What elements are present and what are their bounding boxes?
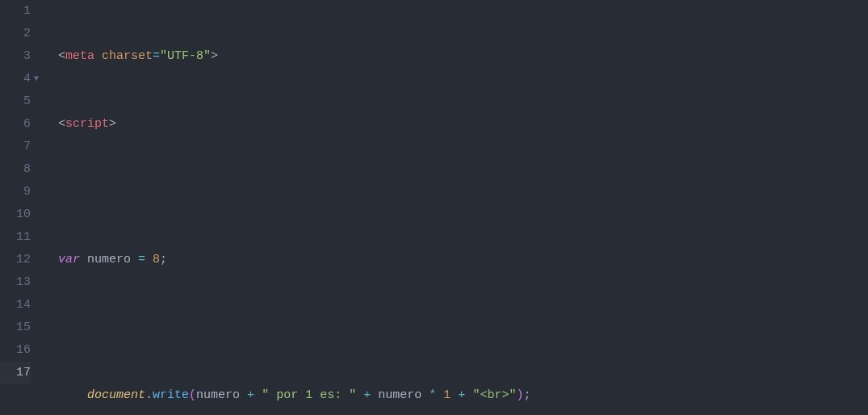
line-number[interactable]: 16: [0, 339, 31, 362]
line-number[interactable]: 4▼: [0, 68, 31, 90]
line-number[interactable]: 5: [0, 90, 31, 113]
line-number[interactable]: 1: [0, 0, 31, 23]
code-line: [58, 181, 868, 203]
code-line: document.write(numero + " por 1 es: " + …: [58, 384, 868, 407]
code-line: <meta charset="UTF-8">: [58, 45, 868, 68]
line-number[interactable]: 2: [0, 23, 31, 45]
code-line: [58, 316, 868, 339]
code-line: <script>: [58, 113, 868, 136]
gutter: 1 2 3 4▼ 5 6 7 8 9 10 11 12 13 14 15 16 …: [0, 0, 42, 415]
line-number[interactable]: 15: [0, 316, 31, 339]
code-area[interactable]: <meta charset="UTF-8"> <script> var nume…: [42, 0, 868, 415]
fold-icon[interactable]: ▼: [31, 68, 42, 90]
line-number[interactable]: 13: [0, 271, 31, 294]
line-number[interactable]: 17: [0, 362, 31, 384]
code-line: var numero = 8;: [58, 249, 868, 271]
line-number[interactable]: 14: [0, 294, 31, 316]
line-number[interactable]: 3: [0, 45, 31, 68]
line-number[interactable]: 12: [0, 249, 31, 271]
line-number[interactable]: 11: [0, 226, 31, 249]
code-editor: 1 2 3 4▼ 5 6 7 8 9 10 11 12 13 14 15 16 …: [0, 0, 868, 415]
line-number[interactable]: 8: [0, 158, 31, 181]
line-number[interactable]: 7: [0, 136, 31, 158]
line-number[interactable]: 9: [0, 181, 31, 203]
line-number[interactable]: 6: [0, 113, 31, 136]
line-number[interactable]: 10: [0, 203, 31, 226]
